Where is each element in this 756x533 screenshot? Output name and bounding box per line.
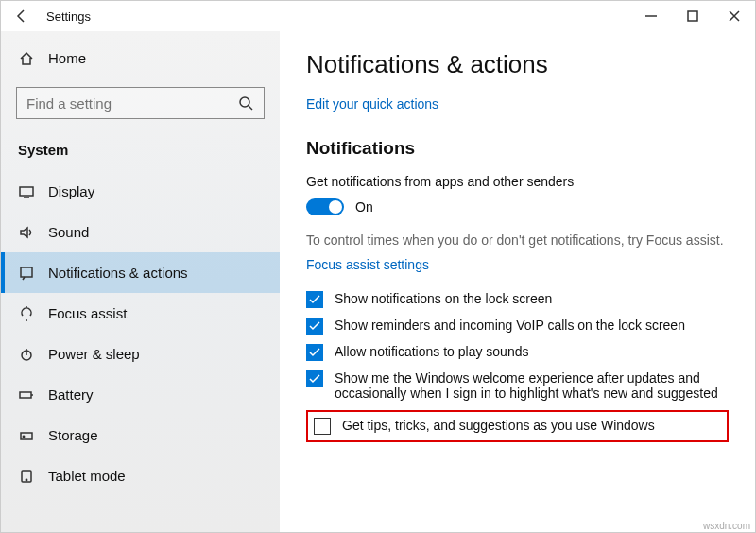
sidebar-item-focus-assist[interactable]: Focus assist xyxy=(1,293,280,334)
home-label: Home xyxy=(48,50,86,66)
checkbox-row[interactable]: Show notifications on the lock screen xyxy=(306,291,729,308)
sidebar-item-label: Storage xyxy=(48,427,98,443)
focus-assist-settings-link[interactable]: Focus assist settings xyxy=(306,257,729,272)
svg-point-7 xyxy=(23,436,24,437)
checkbox-row[interactable]: Show reminders and incoming VoIP calls o… xyxy=(306,318,729,335)
sidebar-item-battery[interactable]: Battery xyxy=(1,374,280,415)
svg-rect-2 xyxy=(20,187,33,196)
sidebar-item-label: Notifications & actions xyxy=(48,265,188,281)
svg-rect-0 xyxy=(688,11,697,21)
focus-assist-hint: To control times when you do or don't ge… xyxy=(306,232,729,248)
checkbox-label: Get tips, tricks, and suggestions as you… xyxy=(342,418,655,433)
sidebar-item-storage[interactable]: Storage xyxy=(1,415,280,456)
checkbox-welcome[interactable] xyxy=(306,370,323,387)
titlebar: Settings xyxy=(1,1,755,31)
home-icon xyxy=(18,51,35,66)
close-button[interactable] xyxy=(713,1,755,31)
tablet-icon xyxy=(18,469,35,484)
minimize-button[interactable] xyxy=(630,1,672,31)
sidebar-item-notifications[interactable]: Notifications & actions xyxy=(1,252,280,293)
sidebar-item-label: Power & sleep xyxy=(48,346,140,362)
checkbox-row[interactable]: Allow notifications to play sounds xyxy=(306,344,729,361)
sidebar-item-label: Tablet mode xyxy=(48,468,126,484)
highlighted-setting: Get tips, tricks, and suggestions as you… xyxy=(306,410,729,442)
checkbox-tips[interactable] xyxy=(314,418,331,435)
page-title: Notifications & actions xyxy=(306,50,729,79)
focus-assist-icon xyxy=(18,306,35,321)
checkbox-lock-screen[interactable] xyxy=(306,291,323,308)
sidebar-item-label: Battery xyxy=(48,387,94,403)
watermark: wsxdn.com xyxy=(703,521,750,531)
toggle-state-label: On xyxy=(355,199,373,215)
sidebar-item-power[interactable]: Power & sleep xyxy=(1,334,280,374)
search-input[interactable] xyxy=(26,95,237,112)
storage-icon xyxy=(18,428,35,443)
sidebar-item-label: Display xyxy=(48,183,94,199)
svg-point-9 xyxy=(26,479,26,480)
checkbox-sounds[interactable] xyxy=(306,344,323,361)
battery-icon xyxy=(18,387,35,403)
home-nav[interactable]: Home xyxy=(1,43,280,74)
search-icon xyxy=(237,95,254,111)
section-title: Notifications xyxy=(306,138,729,159)
svg-point-1 xyxy=(240,97,249,107)
checkbox-label: Show notifications on the lock screen xyxy=(335,291,552,306)
checkbox-label: Allow notifications to play sounds xyxy=(335,344,528,359)
sidebar-item-tablet[interactable]: Tablet mode xyxy=(1,456,280,496)
sidebar-item-label: Focus assist xyxy=(48,305,127,321)
back-button[interactable] xyxy=(9,3,35,29)
search-box[interactable] xyxy=(16,87,265,119)
edit-quick-actions-link[interactable]: Edit your quick actions xyxy=(306,96,729,112)
get-notifications-label: Get notifications from apps and other se… xyxy=(306,174,729,189)
checkbox-reminders[interactable] xyxy=(306,318,323,335)
notifications-icon xyxy=(18,266,35,281)
display-icon xyxy=(18,184,35,199)
sound-icon xyxy=(18,225,35,240)
svg-rect-3 xyxy=(21,267,32,277)
power-icon xyxy=(18,347,35,362)
category-label: System xyxy=(1,136,280,171)
sidebar-item-display[interactable]: Display xyxy=(1,171,280,212)
notifications-toggle[interactable] xyxy=(306,198,344,215)
content-pane: Notifications & actions Edit your quick … xyxy=(280,31,755,533)
window-title: Settings xyxy=(46,9,91,24)
checkbox-row[interactable]: Get tips, tricks, and suggestions as you… xyxy=(314,418,721,435)
sidebar-item-sound[interactable]: Sound xyxy=(1,212,280,252)
svg-rect-5 xyxy=(20,392,31,398)
sidebar: Home System Display Sound Notifications … xyxy=(1,31,280,533)
checkbox-row[interactable]: Show me the Windows welcome experience a… xyxy=(306,370,729,401)
checkbox-label: Show me the Windows welcome experience a… xyxy=(335,370,729,401)
maximize-button[interactable] xyxy=(672,1,713,31)
checkbox-label: Show reminders and incoming VoIP calls o… xyxy=(335,318,685,333)
sidebar-item-label: Sound xyxy=(48,224,89,240)
